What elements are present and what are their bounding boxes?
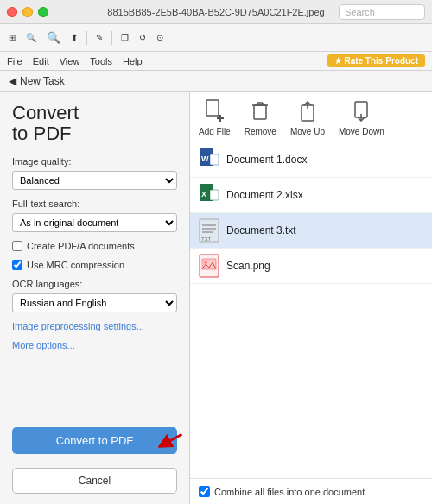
left-panel: Convertto PDF Image quality: Balanced Hi…	[0, 92, 190, 504]
menu-file[interactable]: File	[7, 56, 22, 66]
png-icon	[199, 254, 219, 278]
move-down-icon	[353, 101, 370, 124]
move-up-label: Move Up	[290, 127, 325, 136]
move-down-label: Move Down	[339, 127, 384, 136]
file-item-xlsx[interactable]: X Document 2.xlsx	[190, 178, 432, 213]
fulltext-group: Full-text search: As in original documen…	[12, 198, 177, 232]
convert-btn-container: Convert to PDF	[12, 427, 177, 459]
fulltext-label: Full-text search:	[12, 198, 177, 209]
image-preprocessing-link[interactable]: Image preprocessing settings...	[12, 321, 177, 331]
right-panel: Add File Remove	[190, 92, 432, 504]
convert-to-pdf-button[interactable]: Convert to PDF	[12, 427, 177, 454]
back-nav[interactable]: ◀ New Task	[0, 71, 432, 92]
traffic-lights	[7, 7, 48, 17]
file-item-docx[interactable]: W Document 1.docx	[190, 142, 432, 178]
move-up-tool[interactable]: Move Up	[290, 101, 325, 136]
remove-label: Remove	[245, 127, 276, 136]
back-arrow-icon: ◀	[9, 75, 16, 87]
menu-bar: File Edit View Tools Help ★ Rate This Pr…	[0, 52, 432, 71]
add-file-icon	[205, 99, 224, 124]
image-quality-label: Image quality:	[12, 156, 177, 167]
main-content: ◀ New Task Convertto PDF Image quality: …	[0, 71, 432, 504]
file-name-xlsx: Document 2.xlsx	[226, 189, 303, 201]
svg-text:X: X	[201, 190, 206, 198]
more-options-link[interactable]: More options...	[12, 340, 177, 350]
close-button[interactable]	[7, 7, 17, 17]
menu-items: File Edit View Tools Help	[7, 56, 143, 66]
image-quality-select[interactable]: Balanced High Low	[12, 171, 177, 190]
create-pdfa-checkbox[interactable]	[12, 241, 22, 251]
cancel-button[interactable]: Cancel	[12, 468, 177, 494]
add-file-tool[interactable]: Add File	[199, 99, 231, 136]
zoom-out-button[interactable]: 🔍	[22, 31, 40, 44]
svg-text:TXT: TXT	[201, 236, 212, 242]
file-item-txt[interactable]: TXT Document 3.txt	[190, 213, 432, 249]
combine-row: Combine all files into one document	[190, 478, 432, 504]
use-mrc-checkbox[interactable]	[12, 260, 22, 270]
file-item-png[interactable]: Scan.png	[190, 249, 432, 284]
svg-rect-18	[210, 190, 219, 200]
use-mrc-label: Use MRC compression	[27, 260, 124, 270]
combine-label: Combine all files into one document	[214, 487, 365, 497]
ocr-languages-label: OCR languages:	[12, 279, 177, 289]
ocr-languages-group: OCR languages: Russian and English Engli…	[12, 279, 177, 312]
create-pdfa-label: Create PDF/A documents	[27, 241, 135, 251]
window-title: 8815BB85-2E5B-40BA-B52C-9D75A0C21F2E.jpe…	[107, 7, 324, 17]
file-toolbar: Add File Remove	[190, 92, 432, 142]
copy-button[interactable]: ❐	[118, 31, 132, 44]
menu-edit[interactable]: Edit	[33, 56, 49, 66]
file-list: W Document 1.docx X Do	[190, 142, 432, 478]
combine-checkbox[interactable]	[199, 486, 210, 497]
toolbar: ⊞ 🔍 🔍 ⬆ ✎ ❐ ↺ ⊙	[0, 24, 432, 52]
remove-tool[interactable]: Remove	[245, 101, 276, 136]
sidebar-toggle-button[interactable]: ⊞	[5, 31, 19, 44]
xlsx-icon: X	[199, 183, 219, 207]
add-file-label: Add File	[199, 127, 231, 136]
panel-title: Convertto PDF	[12, 103, 177, 144]
bookmark-button[interactable]: ⊙	[153, 31, 167, 44]
svg-rect-4	[254, 105, 266, 119]
move-down-tool[interactable]: Move Down	[339, 101, 384, 136]
maximize-button[interactable]	[38, 7, 48, 17]
create-pdfa-row: Create PDF/A documents	[12, 241, 177, 251]
zoom-in-button[interactable]: 🔍	[43, 29, 64, 46]
menu-tools[interactable]: Tools	[90, 56, 112, 66]
file-name-docx: Document 1.docx	[226, 154, 307, 166]
minimize-button[interactable]	[22, 7, 33, 17]
use-mrc-row: Use MRC compression	[12, 260, 177, 270]
fulltext-select[interactable]: As in original document Enabled Disabled	[12, 213, 177, 232]
ocr-languages-select[interactable]: Russian and English English Russian	[12, 293, 177, 312]
move-up-icon	[299, 101, 316, 124]
edit-button[interactable]: ✎	[92, 31, 106, 44]
search-box[interactable]: Search	[339, 4, 425, 20]
svg-rect-1	[206, 100, 219, 116]
back-nav-label: New Task	[20, 75, 65, 87]
title-bar: 8815BB85-2E5B-40BA-B52C-9D75A0C21F2E.jpe…	[0, 0, 432, 24]
menu-help[interactable]: Help	[123, 56, 143, 66]
rotate-button[interactable]: ↺	[136, 31, 149, 44]
body-split: Convertto PDF Image quality: Balanced Hi…	[0, 92, 432, 504]
txt-icon: TXT	[199, 218, 219, 243]
search-placeholder: Search	[345, 7, 375, 17]
file-name-txt: Document 3.txt	[226, 224, 296, 236]
svg-rect-15	[210, 154, 219, 165]
docx-icon: W	[199, 148, 219, 172]
svg-text:W: W	[201, 154, 209, 163]
menu-view[interactable]: View	[60, 56, 80, 66]
image-quality-group: Image quality: Balanced High Low	[12, 156, 177, 190]
remove-icon	[251, 101, 269, 124]
upload-button[interactable]: ⬆	[67, 31, 81, 44]
file-name-png: Scan.png	[226, 260, 270, 272]
rate-product-button[interactable]: ★ Rate This Product	[327, 54, 425, 67]
